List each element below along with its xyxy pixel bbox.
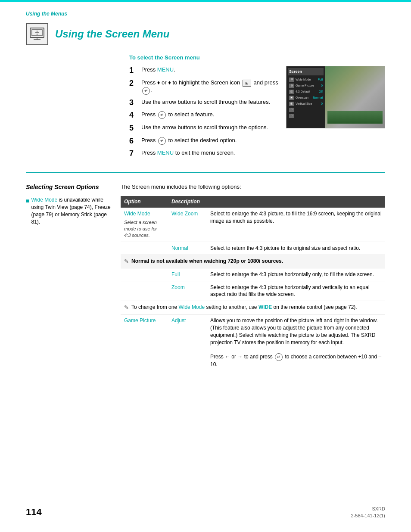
- desc-wide-zoom: Select to enlarge the 4:3 picture, to fi…: [207, 208, 385, 242]
- step-number-6: 6: [129, 137, 139, 146]
- step-2: 2 Press ♦ or ♦ to highlight the Screen i…: [129, 79, 279, 95]
- suboption-full: Full: [168, 268, 207, 281]
- desc-full: Select to enlarge the 4:3 picture horizo…: [207, 268, 385, 281]
- tv-menu-row-vcalibr: ◧ Vertical Size 0: [288, 101, 324, 106]
- step-text-2: Press ♦ or ♦ to highlight the Screen ico…: [141, 79, 279, 95]
- step-5: 5 Use the arrow buttons to scroll throug…: [129, 124, 279, 133]
- tv-menu-row-widemode: ⊞ Wide Mode Full: [288, 77, 324, 82]
- step-6: 6 Press ↵ to select the desired option.: [129, 137, 279, 146]
- tv-icon-overscan: ▣: [289, 96, 294, 100]
- model-number: 2-584-141-12(1): [351, 513, 386, 519]
- intro-text: The Screen menu includes the following o…: [121, 183, 385, 191]
- wide-mode-link: Wide Mode: [31, 197, 57, 203]
- step-number-5: 5: [129, 124, 139, 133]
- step-text-4: Press ↵ to select a feature.: [141, 111, 214, 119]
- tv-screenshot-inner: Screen ⊞ Wide Mode Full ◎ Game Picture 0: [286, 66, 385, 128]
- select-circle-6: ↵: [158, 137, 166, 145]
- step-number-1: 1: [129, 66, 139, 75]
- selecting-title: Selecting Screen Options: [26, 183, 112, 192]
- sub-option-zoom: Zoom: [171, 284, 185, 290]
- step-number-4: 4: [129, 111, 139, 120]
- product-code: SXRD: [351, 506, 386, 512]
- step-3: 3 Use the arrow buttons to scroll throug…: [129, 98, 279, 108]
- step-text-3: Use the arrow buttons to scroll through …: [141, 98, 270, 106]
- step-number-3: 3: [129, 98, 139, 108]
- tv-icon-gamepic: ◎: [289, 84, 294, 88]
- tv-menu-row-gamepic: ◎ Game Picture 0: [288, 83, 324, 88]
- select-circle-4: ↵: [158, 111, 166, 119]
- steps-list: 1 Press MENU. 2 Press ♦ or ♦ to highligh…: [129, 66, 279, 162]
- right-col: To select the Screen menu 1 Press MENU. …: [129, 54, 385, 162]
- page-number: 114: [26, 507, 42, 517]
- suboption-zoom: Zoom: [168, 281, 207, 301]
- tv-menu-title: Screen: [288, 68, 324, 75]
- select-circle-gp: ↵: [275, 353, 283, 361]
- page-title: Using the Screen Menu: [55, 27, 169, 41]
- wide-mode-inline: Wide Mode: [178, 304, 205, 310]
- note-cell-normal: ✎ Normal is not available when watching …: [124, 258, 382, 265]
- selecting-left: Selecting Screen Options ■ Wide Mode is …: [26, 183, 121, 371]
- suboption-normal: Normal: [168, 242, 207, 255]
- sub-option-widezoom: Wide Zoom: [171, 211, 198, 217]
- tv-icon-blank2: □: [289, 114, 294, 118]
- desc-normal: Select to return the 4:3 picture to its …: [207, 242, 385, 255]
- section-divider: [26, 172, 385, 173]
- title-row: Using the Screen Menu: [26, 23, 385, 45]
- tv-screenshot: Screen ⊞ Wide Mode Full ◎ Game Picture 0: [286, 66, 385, 128]
- table-row-normal-note: ✎ Normal is not available when watching …: [121, 255, 385, 268]
- pencil-icon-1: ✎: [124, 258, 129, 265]
- option-name-gamepic: Game Picture: [124, 317, 156, 324]
- step-text-6: Press ↵ to select the desired option.: [141, 137, 237, 145]
- note-box: ■ Wide Mode is unavailable while using T…: [26, 196, 112, 225]
- note-text: Wide Mode is unavailable while using Twi…: [31, 196, 112, 225]
- tv-menu-row-overscan: ▣ Overscan Normal: [288, 95, 324, 100]
- col-description: [207, 196, 385, 208]
- sub-option-full: Full: [171, 271, 180, 277]
- pencil-icon-2: ✎: [124, 304, 129, 311]
- tv-icon-43det: ◫: [289, 90, 294, 94]
- desc-zoom: Select to enlarge the 4:3 picture horizo…: [207, 281, 385, 301]
- page-container: Using the Menus Using the Screen Menu: [0, 0, 411, 532]
- suboption-wide-zoom: Wide Zoom: [168, 208, 207, 242]
- suboption-adjust: Adjust: [168, 314, 207, 371]
- step-text-7: Press MENU to exit the menu screen.: [141, 149, 235, 157]
- wide-note-content: ✎ To change from one Wide Mode setting t…: [124, 304, 382, 311]
- normal-note-text: Normal is not available when watching 72…: [131, 258, 283, 265]
- table-row-game-picture: Game Picture Adjust Allows you to move t…: [121, 314, 385, 371]
- enter-circle: ↵: [142, 87, 150, 95]
- tv-icon-vcalibr: ◧: [289, 102, 294, 106]
- tv-picture: [325, 66, 385, 128]
- step-1: 1 Press MENU.: [129, 66, 279, 75]
- content-area: Using the Menus Using the Screen Menu: [0, 2, 411, 397]
- option-empty-1: [121, 242, 168, 255]
- option-name-widemode: Wide Mode: [124, 211, 150, 217]
- option-game-picture: Game Picture: [121, 314, 168, 371]
- desc-game-picture: Allows you to move the position of the p…: [207, 314, 385, 371]
- wide-note-text: To change from one Wide Mode setting to …: [131, 304, 357, 311]
- wide-bold: WIDE: [258, 304, 272, 310]
- step-7: 7 Press MENU to exit the menu screen.: [129, 149, 279, 159]
- tv-icon-widemode: ⊞: [289, 78, 294, 82]
- table-row-zoom: Zoom Select to enlarge the 4:3 picture h…: [121, 281, 385, 301]
- section-label: Using the Menus: [26, 10, 385, 18]
- table-header-row: Option Description: [121, 196, 385, 208]
- footer-right: SXRD 2-584-141-12(1): [351, 506, 386, 519]
- table-row-full: Full Select to enlarge the 4:3 picture h…: [121, 268, 385, 281]
- selecting-right: The Screen menu includes the following o…: [121, 183, 385, 371]
- left-spacer: [26, 54, 121, 162]
- options-table: Option Description Wide Mode Select a sc…: [121, 196, 385, 371]
- subsection-title: To select the Screen menu: [129, 54, 385, 62]
- table-row-wide-note: ✎ To change from one Wide Mode setting t…: [121, 301, 385, 314]
- col-suboption: Description: [168, 196, 207, 208]
- tv-icon-blank1: □: [289, 108, 294, 112]
- steps-section: To select the Screen menu 1 Press MENU. …: [26, 54, 385, 162]
- normal-note-cell: ✎ Normal is not available when watching …: [121, 255, 385, 268]
- table-row-normal: Normal Select to return the 4:3 picture …: [121, 242, 385, 255]
- steps-image-row: 1 Press MENU. 2 Press ♦ or ♦ to highligh…: [129, 66, 385, 162]
- tv-menu-row-blank2: □: [288, 113, 324, 118]
- step-text-5: Use the arrow buttons to scroll through …: [141, 124, 268, 131]
- step-number-7: 7: [129, 149, 139, 159]
- col-option: Option: [121, 196, 168, 208]
- sub-option-normal: Normal: [171, 245, 188, 251]
- option-empty-3: [121, 281, 168, 301]
